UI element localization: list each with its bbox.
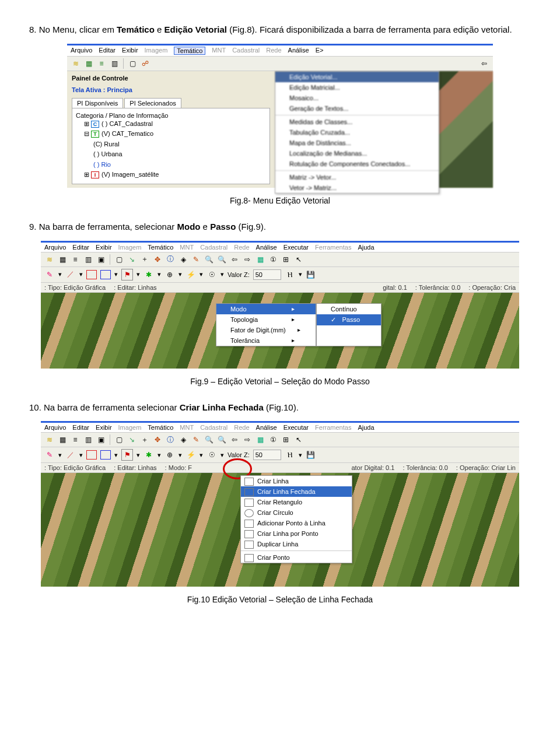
stack-icon[interactable]: ≡ [70, 434, 80, 445]
flag-icon[interactable]: ⚑ [121, 449, 133, 461]
lightning-icon[interactable]: ⚡ [186, 269, 196, 280]
dd-modo[interactable]: Modo [216, 304, 316, 314]
zoom-num-icon[interactable]: ① [268, 254, 278, 265]
lightning-icon[interactable]: ⚡ [186, 450, 196, 460]
menu-mnt[interactable]: MNT [180, 244, 194, 251]
move-icon[interactable]: ✥ [152, 434, 163, 445]
menu-ajuda[interactable]: Ajuda [358, 424, 374, 431]
tree-rio[interactable]: ( ) Rio [76, 160, 266, 170]
cursor-icon[interactable]: ↖ [293, 434, 304, 445]
doc-icon[interactable]: ▢ [127, 58, 138, 69]
doc-icon[interactable]: ▢ [114, 254, 124, 265]
dd-tolerancia[interactable]: Tolerância [216, 335, 316, 346]
dd-edicao-matricial[interactable]: Edição Matricial... [275, 82, 439, 93]
menu-mnt[interactable]: MNT [180, 424, 194, 431]
doc-icon[interactable]: ▢ [114, 434, 124, 445]
save2-icon[interactable]: 💾 [306, 269, 316, 280]
globe-icon[interactable]: ▦ [255, 254, 265, 265]
dd-tabulacao-cruzada[interactable]: Tabulação Cruzada... [275, 127, 439, 138]
dd-rotulacao-componentes[interactable]: Rotulação de Componentes Conectados... [275, 159, 439, 169]
dd-geracao-textos[interactable]: Geração de Textos... [275, 103, 439, 114]
menu-ferramentas[interactable]: Ferramentas [315, 244, 351, 251]
brush-icon[interactable]: ✎ [44, 450, 55, 460]
dd-criar-ponto[interactable]: Criar Ponto [241, 552, 352, 563]
dd-vetor-matriz[interactable]: Vetor -> Matriz... [275, 183, 439, 193]
dd-criar-linha[interactable]: Criar Linha [241, 476, 352, 486]
back-icon[interactable]: ⇦ [479, 58, 489, 69]
plus-icon[interactable]: ＋ [139, 254, 150, 265]
dd-duplicar-linha[interactable]: Duplicar Linha [241, 539, 352, 549]
dd-criar-retangulo[interactable]: Criar Retangulo [241, 497, 352, 507]
cursor-icon[interactable]: ↖ [293, 254, 304, 265]
dd-criar-circulo[interactable]: Criar Círculo [241, 507, 352, 518]
grid-icon[interactable]: ▥ [109, 58, 120, 69]
gate-icon[interactable]: Ⲏ [285, 450, 295, 460]
info-icon[interactable]: ⓘ [165, 434, 176, 445]
menu-analise[interactable]: Análise [288, 47, 309, 55]
info-icon[interactable]: ⓘ [165, 254, 176, 265]
pencil-icon[interactable]: ✎ [191, 434, 201, 445]
zoom-out-icon[interactable]: 🔍 [216, 434, 227, 445]
menu-arquivo[interactable]: Arquivo [44, 424, 66, 431]
menu-imagem[interactable]: Imagem [118, 424, 142, 431]
chart-icon[interactable]: ⊞ [281, 254, 291, 265]
db-icon[interactable]: ≋ [71, 58, 81, 69]
sub-continuo[interactable]: Contínuo [317, 304, 381, 314]
tab-pi-disponiveis[interactable]: PI Disponíveis [72, 98, 123, 108]
grid-icon[interactable]: ▥ [83, 434, 93, 445]
menu-mnt[interactable]: MNT [212, 47, 226, 55]
save-icon[interactable]: ↘ [127, 254, 137, 265]
pencil-icon[interactable]: ✎ [191, 254, 201, 265]
menu-extra[interactable]: E> [316, 47, 324, 55]
layers-icon[interactable]: ▦ [57, 434, 68, 445]
rect-red-icon[interactable] [86, 450, 97, 460]
rect-red-icon[interactable] [86, 270, 97, 279]
crosshair-icon[interactable]: ⊕ [164, 450, 175, 460]
brush-icon[interactable]: ✎ [44, 269, 55, 280]
dd-edicao-vetorial[interactable]: Edição Vetorial... [275, 72, 439, 82]
grid-icon[interactable]: ▥ [83, 254, 93, 265]
dd-matriz-vetor[interactable]: Matriz -> Vetor... [275, 172, 439, 183]
rect-blue-icon[interactable] [100, 450, 111, 460]
zoom-num-icon[interactable]: ① [268, 434, 278, 445]
line-icon[interactable]: ／ [65, 269, 76, 280]
menu-exibir[interactable]: Exibir [96, 424, 112, 431]
tree-urbana[interactable]: ( ) Urbana [76, 149, 266, 160]
dd-criar-linha-ponto[interactable]: Criar Linha por Ponto [241, 528, 352, 539]
forward-icon[interactable]: ⇨ [242, 434, 253, 445]
menu-rede[interactable]: Rede [266, 47, 281, 55]
menu-analise[interactable]: Análise [256, 424, 277, 431]
crosshair-icon[interactable]: ⊕ [164, 269, 175, 280]
save-icon[interactable]: ↘ [127, 434, 137, 445]
dd-adicionar-ponto[interactable]: Adicionar Ponto à Linha [241, 518, 352, 528]
chart-icon[interactable]: ⊞ [281, 434, 291, 445]
tab-pi-selecionados[interactable]: PI Selecionados [124, 98, 181, 108]
star-icon[interactable]: ✱ [144, 269, 154, 280]
menu-editar[interactable]: Editar [72, 244, 89, 251]
menu-imagem[interactable]: Imagem [145, 47, 168, 55]
menu-arquivo[interactable]: Arquivo [71, 47, 92, 55]
zoom-out-icon[interactable]: 🔍 [216, 254, 227, 265]
rect-blue-icon[interactable] [100, 270, 111, 279]
dd-fator-digit[interactable]: Fator de Digit.(mm) [216, 325, 316, 335]
forward-icon[interactable]: ⇨ [242, 254, 253, 265]
layers-icon[interactable]: ▦ [83, 58, 94, 69]
dd-criar-linha-fechada[interactable]: Criar Linha Fechada [241, 486, 352, 497]
tag-icon[interactable]: ◈ [178, 434, 188, 445]
dd-mosaico[interactable]: Mosaico... [275, 93, 439, 103]
menu-imagem[interactable]: Imagem [118, 244, 142, 251]
flag-icon[interactable]: ⚑ [121, 269, 133, 280]
menu-executar[interactable]: Executar [284, 244, 309, 251]
menu-ajuda[interactable]: Ajuda [358, 244, 374, 251]
line-icon[interactable]: ／ [65, 450, 76, 460]
window-icon[interactable]: ▣ [96, 434, 106, 445]
sub-passo[interactable]: Passo [317, 314, 381, 325]
db-icon[interactable]: ≋ [44, 434, 55, 445]
plus-icon[interactable]: ＋ [139, 434, 150, 445]
menu-arquivo[interactable]: Arquivo [44, 244, 66, 251]
menu-exibir[interactable]: Exibir [96, 244, 112, 251]
eye-icon[interactable]: ☉ [206, 450, 217, 460]
menu-editar[interactable]: Editar [99, 47, 116, 55]
gate-icon[interactable]: Ⲏ [285, 269, 295, 280]
menu-analise[interactable]: Análise [256, 244, 277, 251]
